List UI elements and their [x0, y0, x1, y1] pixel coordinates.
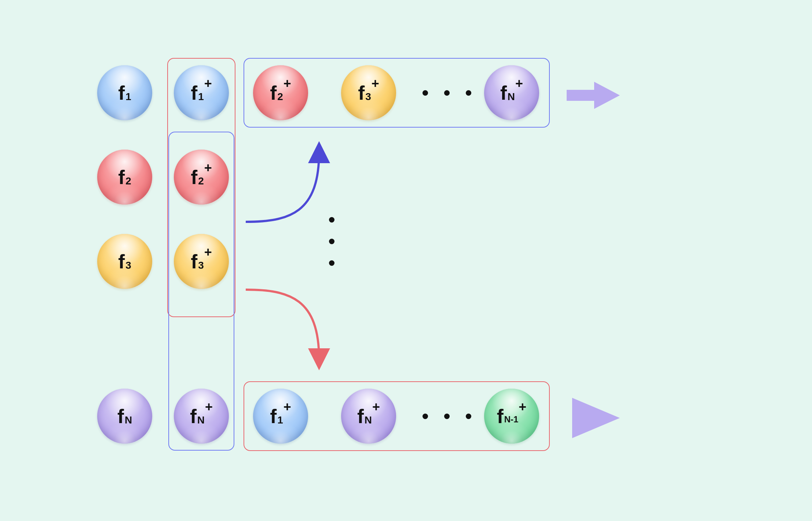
- diagram-stage: f1 f2 f3 fN f1+ f2+ f3+ fN+ f2+ f3+ fN+ …: [0, 0, 812, 521]
- node-fnp-base: f: [190, 406, 197, 426]
- node-f1p-sup: +: [204, 77, 212, 90]
- node-f2: f2: [97, 150, 152, 205]
- node-fnp-sub: N: [197, 415, 205, 425]
- node-f1-base: f: [118, 83, 125, 103]
- arrow-right-bottom-icon: [565, 396, 623, 440]
- node-f2p: f2+: [174, 150, 229, 205]
- node-f3p-sub: 3: [198, 260, 204, 271]
- node-f2-base: f: [118, 167, 125, 187]
- node-f3: f3: [97, 234, 152, 289]
- curve-up-arrow-icon: [242, 145, 337, 229]
- node-f3p: f3+: [174, 234, 229, 289]
- node-top-1: f2+: [253, 65, 308, 120]
- curve-down-arrow-icon: [242, 282, 337, 367]
- node-fnp: fN+: [174, 389, 229, 444]
- node-f1p-sub: 1: [198, 92, 204, 102]
- row-top-ellipsis: [414, 90, 479, 96]
- node-f1p: f1+: [174, 65, 229, 120]
- node-f1p-base: f: [191, 83, 197, 103]
- node-top-2: f3+: [341, 65, 396, 120]
- node-f2p-sup: +: [204, 161, 212, 175]
- node-fn-sub: N: [125, 415, 132, 425]
- arrow-right-top-icon: [565, 79, 623, 112]
- node-fnp-sup: +: [205, 400, 213, 414]
- node-fn-base: f: [117, 406, 124, 426]
- node-bot-4: fN-1+: [484, 389, 539, 444]
- node-f3-base: f: [118, 252, 125, 271]
- node-f2p-base: f: [191, 167, 197, 187]
- node-f1: f1: [97, 65, 152, 120]
- node-bot-2: fN+: [341, 389, 396, 444]
- node-f3-sub: 3: [125, 260, 131, 271]
- node-f2-sub: 2: [125, 176, 131, 186]
- row-bottom-ellipsis: [414, 414, 479, 419]
- node-f3p-base: f: [191, 252, 197, 271]
- node-f3p-sup: +: [204, 246, 212, 259]
- node-f2p-sub: 2: [198, 176, 204, 186]
- node-top-4: fN+: [484, 65, 539, 120]
- node-bot-1: f1+: [253, 389, 308, 444]
- node-f1-sub: 1: [125, 92, 131, 102]
- node-fn: fN: [97, 389, 152, 444]
